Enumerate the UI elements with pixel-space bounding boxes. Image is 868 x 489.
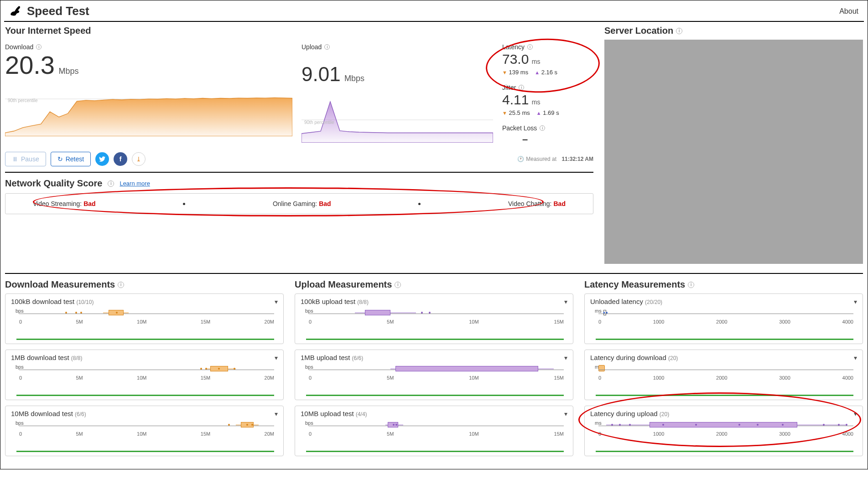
card-header[interactable]: 100kB download test (10/10) ▾: [11, 298, 278, 305]
info-icon[interactable]: i: [519, 85, 524, 90]
measurement-card: 10MB download test (6/6) ▾ bps 05M10M15M…: [5, 406, 284, 456]
card-header[interactable]: 1MB upload test (6/6) ▾: [301, 354, 567, 361]
card-header[interactable]: Latency during upload (20) ▾: [590, 410, 857, 417]
jitter-label: Jitter: [502, 84, 516, 91]
card-header[interactable]: 100kB upload test (8/8) ▾: [301, 298, 567, 305]
header-left: Speed Test: [10, 4, 89, 18]
axis-tick: 15M: [554, 375, 564, 381]
about-link[interactable]: About: [839, 7, 858, 15]
axis-tick: 3000: [779, 319, 790, 324]
learn-more-link[interactable]: Learn more: [120, 180, 150, 187]
percentile-label: 90th percentile: [304, 120, 334, 125]
jitter-value: 4.11: [502, 92, 529, 107]
chevron-down-icon: ▾: [275, 410, 278, 417]
axis-tick: 15M: [554, 319, 564, 324]
info-icon[interactable]: i: [688, 282, 694, 288]
card-title: 1MB upload test (6/6): [301, 354, 363, 361]
jitter-ul: ▲ 1.69 s: [536, 109, 559, 116]
info-icon[interactable]: i: [395, 282, 401, 288]
axis-tick: 5M: [387, 431, 394, 437]
upload-label: Upload: [301, 43, 322, 51]
measurement-card: Latency during upload (20) ▾ ms 01000200…: [584, 406, 863, 456]
download-meas-title: Download Measurements: [5, 279, 115, 290]
axis-tick: 0: [309, 431, 312, 437]
nqs-title: Network Quality Score: [5, 178, 102, 189]
score-item: Video Streaming:Bad: [33, 200, 96, 207]
card-axis: bps 05M10M15M20M: [11, 308, 278, 340]
pause-icon: ⏸: [12, 155, 18, 163]
score-separator: [183, 203, 185, 205]
card-header[interactable]: 10MB download test (6/6) ▾: [11, 410, 278, 417]
share-facebook-button[interactable]: f: [114, 152, 127, 166]
refresh-icon: ↻: [57, 155, 63, 163]
measurement-card: Latency during download (20) ▾ ms 010002…: [584, 350, 863, 400]
measured-at: 🕐 Measured at 11:32:12 AM: [517, 156, 593, 162]
download-block: Download i 20.3 Mbps 90th percentile: [5, 43, 292, 145]
card-header[interactable]: 1MB download test (8/8) ▾: [11, 354, 278, 361]
card-title: 10MB download test (6/6): [11, 410, 86, 417]
info-icon[interactable]: i: [108, 180, 114, 187]
measurement-card: 100kB download test (10/10) ▾ bps 05M10M…: [5, 293, 284, 344]
chevron-down-icon: ▾: [854, 354, 857, 361]
jitter-dl: ▼ 25.5 ms: [502, 109, 530, 116]
chevron-down-icon: ▾: [854, 298, 857, 305]
axis-tick: 4000: [842, 431, 853, 437]
info-icon[interactable]: i: [36, 44, 42, 50]
card-axis: bps 05M10M15M20M: [11, 420, 278, 452]
card-axis: ms 01000200030004000: [590, 308, 857, 340]
card-header[interactable]: Unloaded latency (20/20) ▾: [590, 298, 857, 305]
axis-tick: 5M: [387, 319, 394, 324]
retest-button[interactable]: ↻Retest: [51, 152, 91, 166]
card-header[interactable]: Latency during download (20) ▾: [590, 354, 857, 361]
latency-measurements-col: Latency Measurementsi Unloaded latency (…: [584, 279, 863, 462]
upload-measurements-col: Upload Measurementsi 100kB upload test (…: [295, 279, 573, 462]
info-icon[interactable]: i: [676, 28, 682, 34]
download-value: 20.3: [5, 51, 55, 79]
axis-tick: 0: [598, 375, 601, 381]
share-twitter-button[interactable]: [95, 152, 109, 166]
axis-tick: 4000: [842, 319, 853, 324]
chevron-down-icon: ▾: [564, 354, 567, 361]
score-separator: [418, 203, 421, 205]
upload-arrow-icon: ▲: [535, 70, 540, 75]
download-results-button[interactable]: ⤓: [132, 152, 146, 166]
card-title: 100kB upload test (8/8): [301, 298, 369, 305]
download-icon: ⤓: [136, 155, 141, 163]
latency-label: Latency: [502, 43, 525, 51]
progress-bar: [596, 395, 853, 396]
card-axis: bps 05M10M15M: [301, 420, 567, 452]
measurement-card: 1MB download test (8/8) ▾ bps 05M10M15M2…: [5, 350, 284, 400]
info-icon[interactable]: i: [527, 44, 533, 50]
score-item: Online Gaming:Bad: [273, 200, 331, 207]
axis-tick: 0: [598, 431, 601, 437]
divider: [5, 273, 863, 274]
twitter-icon: [99, 156, 105, 162]
download-arrow-icon: ▼: [502, 110, 507, 116]
axis-tick: 0: [19, 431, 22, 437]
axis-tick: 10M: [137, 319, 146, 324]
card-title: Latency during download (20): [590, 354, 678, 361]
upload-unit: Mbps: [344, 74, 364, 83]
info-icon[interactable]: i: [540, 125, 545, 131]
axis-tick: 10M: [469, 375, 478, 381]
info-icon[interactable]: i: [324, 44, 330, 50]
card-title: Latency during upload (20): [590, 410, 669, 417]
internet-speed-title: Your Internet Speed: [5, 26, 593, 36]
facebook-icon: f: [120, 155, 122, 163]
server-location-title: Server Location: [604, 26, 673, 36]
server-map[interactable]: [604, 40, 863, 264]
card-axis: bps 05M10M15M: [301, 364, 567, 396]
chevron-down-icon: ▾: [275, 354, 278, 361]
card-header[interactable]: 10MB upload test (4/4) ▾: [301, 410, 567, 417]
axis-tick: 2000: [716, 375, 727, 381]
pause-button[interactable]: ⏸Pause: [5, 152, 46, 166]
info-icon[interactable]: i: [118, 282, 124, 288]
measurements-grid: Download Measurementsi 100kB download te…: [5, 279, 863, 462]
jitter-unit: ms: [532, 98, 541, 106]
upload-meas-title: Upload Measurements: [295, 279, 392, 290]
chevron-down-icon: ▾: [564, 410, 567, 417]
progress-bar: [306, 339, 564, 340]
axis-tick: 5M: [76, 431, 83, 437]
download-label: Download: [5, 43, 33, 51]
axis-tick: 15M: [554, 431, 564, 437]
